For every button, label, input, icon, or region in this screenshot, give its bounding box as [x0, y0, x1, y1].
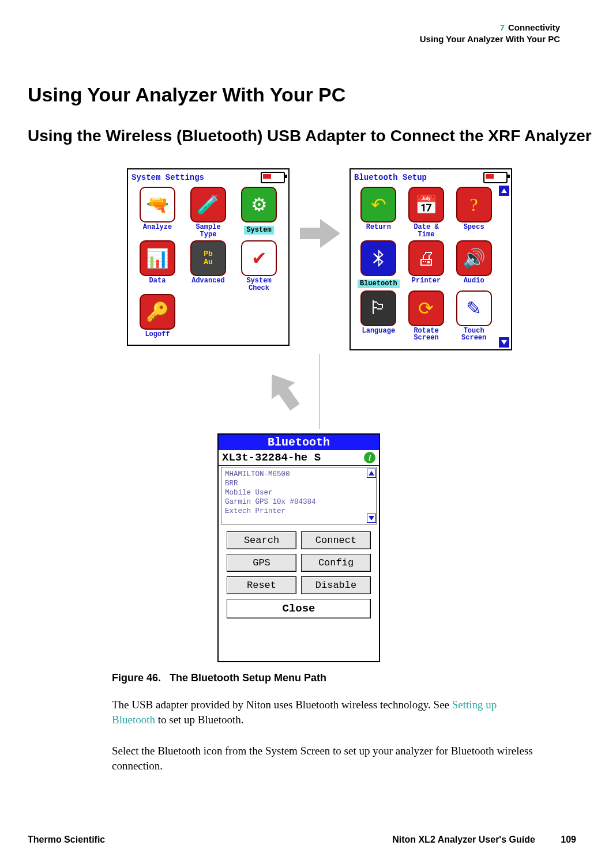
data-icon: 📊: [140, 240, 175, 276]
icon-label: Analyze: [134, 224, 181, 231]
footer-company: Thermo Scientific: [28, 835, 105, 845]
icon-label: Audio: [452, 277, 496, 285]
info-icon[interactable]: i: [364, 452, 375, 463]
sample-type-icon: 🧪: [190, 187, 226, 222]
system-item-sample-type[interactable]: 🧪Sample Type: [185, 187, 232, 238]
btsetup-item-audio[interactable]: 🔊Audio: [452, 240, 496, 288]
icon-label: Logoff: [134, 331, 181, 338]
touch-screen-icon: ✎: [456, 290, 492, 326]
icon-label: Bluetooth: [358, 280, 400, 288]
system-item-system[interactable]: ⚙System: [235, 187, 283, 238]
config-button[interactable]: Config: [301, 554, 371, 572]
scrollbar[interactable]: [499, 186, 509, 348]
footer-guide: Niton XL2 Analyzer User's Guide: [392, 835, 535, 844]
device-list-item[interactable]: BRR: [225, 479, 364, 488]
system-check-icon: ✔: [241, 240, 277, 276]
device-list-item[interactable]: Extech Printer: [225, 507, 364, 516]
arrow-right-icon: [300, 219, 340, 250]
chapter-number: 7: [500, 22, 505, 32]
device-name-row: XL3t-32284-he S i: [219, 450, 379, 466]
battery-icon: [483, 172, 508, 183]
system-item-data[interactable]: 📊Data: [134, 240, 181, 292]
gps-button[interactable]: GPS: [227, 554, 296, 572]
divider-line: [320, 354, 320, 429]
bluetooth-setup-grid: ↶Return📅Date & Time?SpecsBluetooth🖨Print…: [351, 184, 511, 344]
return-icon: ↶: [360, 187, 396, 222]
disable-button[interactable]: Disable: [301, 576, 371, 594]
header-section-line: Using Your Analyzer With Your PC: [420, 33, 560, 45]
icon-label: Sample Type: [185, 224, 232, 238]
icon-label: Language: [356, 327, 401, 335]
icon-label: Advanced: [185, 277, 232, 285]
bluetooth-setup-screen: Bluetooth Setup ↶Return📅Date & Time?Spec…: [350, 168, 512, 350]
date-time-icon: 📅: [408, 187, 444, 222]
subsection-heading: Using the Wireless (Bluetooth) USB Adapt…: [28, 127, 592, 145]
system-item-advanced[interactable]: Pb AuAdvanced: [185, 240, 232, 292]
screen2-title: Bluetooth Setup: [354, 173, 427, 182]
language-icon: 🏳: [360, 290, 396, 326]
device-list[interactable]: MHAMILTON-M6500BRRMobile UserGarmin GPS …: [221, 467, 377, 524]
btsetup-item-rotate-screen[interactable]: ⟳Rotate Screen: [404, 290, 449, 342]
page-footer: Thermo Scientific Niton XL2 Analyzer Use…: [28, 835, 576, 845]
icon-label: Rotate Screen: [404, 327, 449, 342]
btsetup-item-specs[interactable]: ?Specs: [452, 187, 496, 238]
page-header: 7Connectivity Using Your Analyzer With Y…: [420, 22, 560, 44]
bluetooth-button-grid: Search Connect GPS Config Reset Disable …: [219, 526, 379, 624]
reset-button[interactable]: Reset: [227, 576, 296, 594]
icon-label: System Check: [235, 277, 283, 292]
system-item-logoff[interactable]: 🔑Logoff: [134, 294, 181, 338]
scroll-down-icon[interactable]: [367, 514, 376, 523]
system-item-analyze[interactable]: 🔫Analyze: [134, 187, 181, 238]
para1-text-b: to set up Bluetooth.: [155, 714, 244, 726]
rotate-screen-icon: ⟳: [408, 290, 444, 326]
btsetup-item-printer[interactable]: 🖨Printer: [404, 240, 449, 288]
btsetup-item-bluetooth[interactable]: Bluetooth: [356, 240, 401, 288]
advanced-icon: Pb Au: [190, 240, 226, 276]
device-list-item[interactable]: MHAMILTON-M6500: [225, 470, 364, 479]
device-list-item[interactable]: Mobile User: [225, 488, 364, 497]
btsetup-item-language[interactable]: 🏳Language: [356, 290, 401, 342]
audio-icon: 🔊: [456, 240, 492, 276]
connect-button[interactable]: Connect: [301, 531, 371, 549]
specs-icon: ?: [456, 187, 492, 222]
screen1-title: System Settings: [131, 173, 204, 182]
figure-label: Figure 46.: [112, 672, 161, 684]
screen1-title-bar: System Settings: [128, 169, 288, 184]
printer-icon: 🖨: [408, 240, 444, 276]
chapter-title: Connectivity: [508, 22, 560, 32]
close-button[interactable]: Close: [227, 599, 371, 618]
arrow-down-left-icon: [260, 365, 309, 416]
system-settings-grid: 🔫Analyze🧪Sample Type⚙System📊DataPb AuAdv…: [128, 184, 288, 341]
section-heading: Using Your Analyzer With Your PC: [28, 84, 345, 106]
footer-page-number: 109: [561, 835, 576, 844]
bluetooth-dialog-title: Bluetooth: [219, 435, 379, 450]
btsetup-item-return[interactable]: ↶Return: [356, 187, 401, 238]
bluetooth-dialog: Bluetooth XL3t-32284-he S i MHAMILTON-M6…: [217, 433, 380, 662]
figure-caption: Figure 46. The Bluetooth Setup Menu Path: [112, 672, 326, 684]
device-name-text: XL3t-32284-he S: [222, 451, 321, 464]
para1-text-a: The USB adapter provided by Niton uses B…: [112, 699, 452, 711]
icon-label: Touch Screen: [452, 327, 496, 342]
icon-label: Return: [356, 224, 401, 231]
scroll-up-icon[interactable]: [367, 469, 376, 478]
system-settings-screen: System Settings 🔫Analyze🧪Sample Type⚙Sys…: [127, 168, 290, 346]
icon-label: Printer: [404, 277, 449, 285]
icon-label: Date & Time: [404, 224, 449, 238]
battery-icon: [261, 172, 285, 183]
scroll-up-icon[interactable]: [499, 186, 509, 196]
body-paragraph-2: Select the Bluetooth icon from the Syste…: [112, 744, 539, 773]
analyze-icon: 🔫: [140, 187, 175, 222]
btsetup-item-date-time[interactable]: 📅Date & Time: [404, 187, 449, 238]
icon-label: Specs: [452, 224, 496, 231]
device-list-item[interactable]: Garmin GPS 10x #84384: [225, 497, 364, 507]
btsetup-item-touch-screen[interactable]: ✎Touch Screen: [452, 290, 496, 342]
system-item-system-check[interactable]: ✔System Check: [235, 240, 283, 292]
body-paragraph-1: The USB adapter provided by Niton uses B…: [112, 697, 539, 727]
icon-label: Data: [134, 277, 181, 285]
bluetooth-icon: [360, 240, 396, 276]
device-list-scrollbar[interactable]: [367, 469, 375, 523]
figure-title: The Bluetooth Setup Menu Path: [170, 672, 326, 684]
search-button[interactable]: Search: [227, 531, 296, 549]
system-icon: ⚙: [241, 187, 277, 222]
scroll-down-icon[interactable]: [499, 337, 509, 348]
